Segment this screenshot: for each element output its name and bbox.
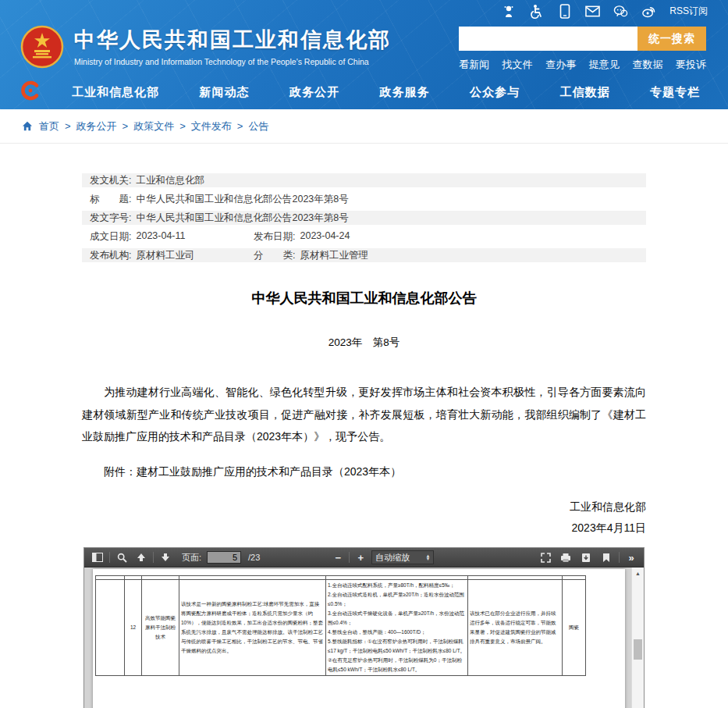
mobile-icon[interactable] bbox=[557, 4, 572, 19]
bookmark-icon[interactable] bbox=[598, 550, 614, 565]
meta-row: 标 题:中华人民共和国工业和信息化部公告2023年第8号 bbox=[82, 192, 646, 206]
site-title: 中华人民共和国工业和信息化部 bbox=[74, 27, 391, 52]
meta-value: 2023-04-11 bbox=[136, 230, 185, 244]
mascot-icon[interactable] bbox=[501, 4, 516, 19]
document-area: 发文机关:工业和信息化部 标 题:中华人民共和国工业和信息化部公告2023年第8… bbox=[0, 144, 728, 708]
national-emblem-icon bbox=[20, 25, 64, 69]
accessibility-icon[interactable] bbox=[529, 4, 544, 19]
toolbar-separator bbox=[349, 552, 350, 563]
email-icon[interactable] bbox=[585, 4, 600, 19]
toolbar-separator bbox=[109, 552, 110, 563]
catalog-table: 12 高效节能陶瓷原料干法制粉技术 该技术是一种新的陶瓷原料制粉工艺:球磨环节无… bbox=[95, 575, 586, 676]
nav-item-participation[interactable]: 公众参与 bbox=[470, 85, 520, 100]
cell-description: 该技术是一种新的陶瓷原料制粉工艺:球磨环节无需加水，直接将陶瓷配方原料研磨成干粉… bbox=[179, 580, 326, 676]
meta-row: 成文日期:2023-04-11 发布日期:2023-04-24 bbox=[82, 229, 646, 244]
attachment-line: 附件：建材工业鼓励推广应用的技术和产品目录（2023年本） bbox=[82, 465, 646, 479]
meta-value: 原材料工业司 bbox=[136, 249, 194, 262]
utility-bar: RSS订阅 bbox=[501, 4, 708, 19]
page-number-input[interactable] bbox=[207, 551, 241, 564]
meta-row: 发文机关:工业和信息化部 bbox=[82, 173, 646, 187]
meta-value: 原材料工业管理 bbox=[300, 249, 368, 262]
meta-value: 工业和信息化部 bbox=[136, 174, 204, 187]
breadcrumb-item[interactable]: 政务公开 bbox=[76, 119, 117, 133]
breadcrumb-separator: > bbox=[237, 120, 243, 132]
announcement-title: 中华人民共和国工业和信息化部公告 bbox=[82, 289, 646, 308]
nav-item-gov-services[interactable]: 政务服务 bbox=[380, 85, 430, 100]
site-banner: RSS订阅 中华人民共和国工业和信息化部 Ministry of Industr… bbox=[0, 0, 728, 109]
breadcrumb-item[interactable]: 公告 bbox=[248, 119, 268, 133]
breadcrumb-separator: > bbox=[179, 120, 186, 132]
zoom-level-value: 自动缩放 bbox=[375, 552, 410, 564]
main-nav: 工业和信息化部 新闻动态 政务公开 政务服务 公众参与 工信数据 专题专栏 bbox=[0, 75, 728, 109]
quick-link-feedback[interactable]: 提意见 bbox=[589, 58, 620, 72]
pdf-viewer: 页面: /23 − + 自动缩放 ▲▼ bbox=[83, 547, 645, 708]
search-input[interactable] bbox=[459, 27, 637, 51]
quick-links: 看新闻 找文件 查办事 提意见 查数据 要投诉 bbox=[459, 58, 706, 72]
pdf-page: 12 高效节能陶瓷原料干法制粉技术 该技术是一种新的陶瓷原料制粉工艺:球磨环节无… bbox=[93, 569, 625, 708]
quick-link-data[interactable]: 查数据 bbox=[632, 58, 662, 72]
zoom-out-icon[interactable]: − bbox=[331, 552, 345, 564]
meta-label: 成文日期: bbox=[90, 230, 131, 244]
sidebar-toggle-icon[interactable] bbox=[90, 550, 105, 565]
site-identity: 中华人民共和国工业和信息化部 Ministry of Industry and … bbox=[20, 25, 391, 69]
more-tools-icon[interactable]: » bbox=[624, 552, 638, 564]
cell-tech-name: 高效节能陶瓷原料干法制粉技术 bbox=[142, 580, 179, 676]
quick-link-complaint[interactable]: 要投诉 bbox=[676, 58, 706, 72]
search-button[interactable]: 统一搜索 bbox=[637, 27, 706, 51]
breadcrumb-separator: > bbox=[123, 120, 129, 132]
meta-label: 发文机关: bbox=[90, 174, 131, 187]
quick-link-services[interactable]: 查办事 bbox=[545, 58, 576, 72]
nav-item-home[interactable]: 工业和信息化部 bbox=[72, 85, 159, 100]
presentation-mode-icon[interactable] bbox=[538, 550, 553, 565]
nav-item-special[interactable]: 专题专栏 bbox=[650, 85, 700, 100]
home-icon[interactable] bbox=[22, 121, 33, 131]
table-row: 12 高效节能陶瓷原料干法制粉技术 该技术是一种新的陶瓷原料制粉工艺:球磨环节无… bbox=[96, 580, 586, 676]
meta-label: 分 类: bbox=[254, 249, 295, 262]
breadcrumb-item[interactable]: 文件发布 bbox=[191, 119, 232, 133]
pdf-content-area: 12 高效节能陶瓷原料干法制粉技术 该技术是一种新的陶瓷原料制粉工艺:球磨环节无… bbox=[84, 567, 644, 708]
pdf-toolbar: 页面: /23 − + 自动缩放 ▲▼ bbox=[84, 548, 644, 567]
meta-label: 发布机构: bbox=[90, 249, 131, 262]
site-title-en: Ministry of Industry and Information Tec… bbox=[74, 57, 391, 66]
meta-value: 2023-04-24 bbox=[300, 230, 350, 244]
wechat-icon[interactable] bbox=[613, 4, 628, 19]
cell-field: 陶瓷 bbox=[563, 580, 586, 676]
meta-label: 标 题: bbox=[90, 193, 131, 206]
zoom-in-icon[interactable]: + bbox=[353, 552, 368, 564]
print-icon[interactable] bbox=[558, 550, 574, 565]
toolbar-separator bbox=[153, 552, 154, 563]
meta-row: 发文字号:中华人民共和国工业和信息化部公告2023年第8号 bbox=[82, 211, 646, 225]
announcement-body: 为推动建材行业高端化、智能化、绿色化转型升级，更好发挥市场主体和社会资本积极性，… bbox=[82, 381, 646, 448]
page-label: 页面: bbox=[182, 552, 201, 564]
cell-category bbox=[96, 580, 125, 676]
nav-item-news[interactable]: 新闻动态 bbox=[200, 85, 250, 100]
meta-table: 发文机关:工业和信息化部 标 题:中华人民共和国工业和信息化部公告2023年第8… bbox=[82, 173, 646, 262]
scrollbar-thumb[interactable] bbox=[634, 639, 642, 660]
cell-seq: 12 bbox=[125, 580, 142, 676]
zoom-level-select[interactable]: 自动缩放 ▲▼ bbox=[371, 550, 434, 564]
sign-date: 2023年4月11日 bbox=[82, 518, 646, 539]
meta-value: 中华人民共和国工业和信息化部公告2023年第8号 bbox=[136, 193, 348, 206]
breadcrumb-item[interactable]: 首页 bbox=[39, 119, 59, 133]
nav-item-data[interactable]: 工信数据 bbox=[560, 85, 610, 100]
announcement-issue-number: 2023年 第8号 bbox=[82, 336, 646, 350]
download-icon[interactable] bbox=[578, 550, 594, 565]
signer: 工业和信息化部 bbox=[82, 496, 646, 518]
breadcrumb-item[interactable]: 政策文件 bbox=[133, 119, 174, 133]
page-down-icon[interactable] bbox=[158, 550, 173, 565]
pdf-scrollbar[interactable]: ▲ bbox=[631, 567, 644, 708]
nav-item-gov-disclosure[interactable]: 政务公开 bbox=[289, 85, 339, 100]
meta-label: 发布日期: bbox=[254, 230, 295, 244]
quick-link-news[interactable]: 看新闻 bbox=[459, 58, 489, 72]
cell-indicators: 1.全自动连续式配料系统，产量≥80T/h，配料精度≤5‰； 2.全自动连续式造… bbox=[326, 580, 468, 676]
scroll-up-icon[interactable]: ▲ bbox=[632, 567, 644, 576]
find-icon[interactable] bbox=[114, 550, 130, 565]
rss-link[interactable]: RSS订阅 bbox=[669, 5, 708, 18]
miit-logo-icon bbox=[20, 80, 41, 101]
page-up-icon[interactable] bbox=[133, 550, 149, 565]
weibo-icon[interactable] bbox=[641, 4, 656, 19]
meta-value: 中华人民共和国工业和信息化部公告2023年第8号 bbox=[136, 212, 348, 225]
meta-row: 发布机构:原材料工业司 分 类:原材料工业管理 bbox=[82, 248, 646, 262]
quick-link-files[interactable]: 找文件 bbox=[502, 58, 533, 72]
cell-application: 该技术已在部分企业进行应用，并持续运行多年，设备运行稳定可靠，节能效果显著，对促… bbox=[468, 580, 563, 676]
